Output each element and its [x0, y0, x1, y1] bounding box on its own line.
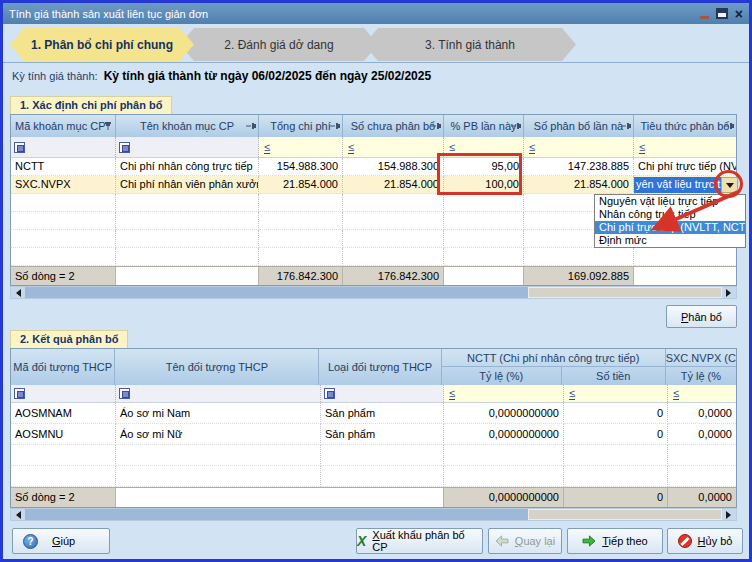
col-sotien[interactable]: Số tiền: [562, 367, 666, 385]
filter-icon[interactable]: [119, 142, 130, 153]
cell-ma[interactable]: AOSMNAM: [11, 403, 116, 424]
col-tieu-thuc[interactable]: Tiêu thức phân bổ: [634, 115, 736, 137]
maximize-icon[interactable]: [716, 8, 728, 19]
filter-cell[interactable]: [116, 385, 321, 402]
allocate-button[interactable]: Phân bổ: [666, 305, 737, 328]
cell-tong[interactable]: 21.854.000: [259, 176, 343, 194]
pin-icon[interactable]: [246, 121, 256, 131]
table-row[interactable]: AOSMNAM Áo sơ mi Nam Sản phẩm 0,00000000…: [11, 403, 736, 424]
pin-icon[interactable]: [724, 121, 734, 131]
scrollbar-thumb[interactable]: [528, 509, 722, 520]
table-row-selected[interactable]: SXC.NVPX Chi phí nhân viên phân xưởng 21…: [11, 176, 736, 194]
filter-operator[interactable]: ≤: [673, 387, 679, 400]
cell-tyle2[interactable]: 0,0000: [668, 424, 736, 445]
filter-cell[interactable]: ≤: [259, 137, 343, 157]
cell-chua[interactable]: 154.988.300: [343, 158, 444, 176]
cell-tyle[interactable]: 0,0000000000: [444, 403, 564, 424]
cell-loai[interactable]: Sản phẩm: [321, 403, 444, 424]
horizontal-scrollbar[interactable]: [10, 286, 737, 299]
group-nctt-label[interactable]: NCTT (Chi phí nhân công trực tiếp): [442, 349, 666, 367]
cancel-button[interactable]: Hủy bỏ: [667, 528, 743, 554]
cell-phanbo[interactable]: 147.238.885: [524, 158, 634, 176]
pin-icon[interactable]: [330, 121, 340, 131]
filter-icon[interactable]: [14, 142, 25, 153]
col-so-phan-bo[interactable]: Số phân bổ lần nà: [524, 115, 634, 137]
filter-cell[interactable]: ≤: [444, 385, 564, 402]
cell-tong[interactable]: 154.988.300: [259, 158, 343, 176]
pin-icon[interactable]: [511, 121, 521, 131]
cell-ten[interactable]: Áo sơ mi Nam: [116, 403, 321, 424]
col-tyle2[interactable]: Tỷ lệ (%: [666, 367, 736, 385]
table1-header-row: Mã khoản mục CP Tên khoản mục CP Tổng ch…: [11, 115, 736, 137]
cell-sotien[interactable]: 0: [564, 424, 668, 445]
tab-danh-gia-do-dang[interactable]: 2. Đánh giá dở dang: [180, 28, 378, 61]
scroll-left-icon[interactable]: [11, 287, 25, 298]
cell-ten[interactable]: Chi phí nhân công trực tiếp: [116, 158, 259, 176]
col-tong-chi-phi[interactable]: Tổng chi phí: [259, 115, 343, 137]
pin-icon[interactable]: [431, 121, 441, 131]
group-sxc-label[interactable]: SXC.NVPX (C: [666, 349, 736, 367]
pin-icon[interactable]: [621, 121, 631, 131]
filter-cell[interactable]: [116, 137, 259, 157]
empty-row: [11, 248, 736, 266]
filter-cell[interactable]: [11, 385, 116, 402]
summary-tyle2: 0,0000: [668, 488, 736, 507]
filter-cell[interactable]: [321, 385, 444, 402]
filter-operator[interactable]: ≤: [449, 387, 455, 400]
cell-phanbo[interactable]: 21.854.000: [524, 176, 634, 194]
scroll-right-icon[interactable]: [722, 509, 736, 520]
col-tyle[interactable]: Tỷ lệ (%): [442, 367, 562, 385]
filter-operator[interactable]: ≤: [569, 387, 575, 400]
filter-cell[interactable]: ≤: [634, 137, 736, 157]
filter-cell[interactable]: ≤: [564, 385, 668, 402]
help-button[interactable]: ? Giúp: [12, 528, 110, 554]
cell-ma[interactable]: NCTT: [11, 158, 116, 176]
table-row[interactable]: NCTT Chi phí nhân công trực tiếp 154.988…: [11, 158, 736, 176]
cell-loai[interactable]: Sản phẩm: [321, 424, 444, 445]
tab-phan-bo-chi-phi-chung[interactable]: 1. Phân bổ chi phí chung: [10, 28, 194, 61]
export-allocation-button[interactable]: X Xuất khẩu phân bổ CP: [356, 528, 483, 554]
col-loai-doi-tuong[interactable]: Loại đối tượng THCP: [319, 349, 441, 385]
filter-icon[interactable]: [119, 388, 130, 399]
cell-ma[interactable]: AOSMNU: [11, 424, 116, 445]
filter-cell[interactable]: ≤: [524, 137, 634, 157]
col-so-chua-phan-bo[interactable]: Số chưa phân bổ: [343, 115, 444, 137]
table2-summary-row: Số dòng = 2 0,0000000000 0 0,0000: [11, 487, 736, 507]
col-ma-doi-tuong[interactable]: Mã đối tượng THCP: [11, 349, 115, 385]
scrollbar-thumb[interactable]: [528, 287, 722, 298]
next-button[interactable]: Tiếp theo: [567, 528, 663, 554]
horizontal-scrollbar[interactable]: [10, 508, 737, 521]
col-ma-khoan-muc[interactable]: Mã khoản mục CP: [11, 115, 116, 137]
filter-operator[interactable]: ≤: [529, 141, 535, 154]
close-icon[interactable]: ×: [735, 7, 743, 21]
filter-icon[interactable]: [324, 388, 335, 399]
summary-tong: 176.842.300: [259, 267, 343, 285]
cell-ten[interactable]: Chi phí nhân viên phân xưởng: [116, 176, 259, 194]
filter-cell[interactable]: [11, 137, 116, 157]
col-ten-khoan-muc[interactable]: Tên khoản mục CP: [116, 115, 259, 137]
filter-operator[interactable]: ≤: [264, 141, 270, 154]
filter-operator[interactable]: ≤: [639, 141, 645, 154]
filter-icon[interactable]: [14, 388, 25, 399]
filter-cell[interactable]: ≤: [343, 137, 444, 157]
cell-tyle[interactable]: 0,0000000000: [444, 424, 564, 445]
table-row[interactable]: AOSMNU Áo sơ mi Nữ Sản phẩm 0,0000000000…: [11, 424, 736, 445]
cell-ma[interactable]: SXC.NVPX: [11, 176, 116, 194]
pin-icon[interactable]: [103, 121, 113, 131]
period-value: Kỳ tính giá thành từ ngày 06/02/2025 đến…: [104, 69, 432, 83]
cell-sotien[interactable]: 0: [564, 403, 668, 424]
scroll-right-icon[interactable]: [722, 287, 736, 298]
col-ten-doi-tuong[interactable]: Tên đối tượng THCP: [115, 349, 319, 385]
tab-tinh-gia-thanh[interactable]: 3. Tính giá thành: [364, 28, 576, 61]
cell-chua[interactable]: 21.854.000: [343, 176, 444, 194]
filter-cell[interactable]: ≤: [668, 385, 736, 402]
col-pb-lan-nay[interactable]: % PB lần này: [444, 115, 524, 137]
minimize-icon[interactable]: [700, 16, 709, 19]
cell-tyle2[interactable]: 0,0000: [668, 403, 736, 424]
row-count: Số dòng = 2: [11, 267, 116, 285]
back-button[interactable]: Quay lại: [488, 528, 562, 554]
scroll-left-icon[interactable]: [11, 509, 25, 520]
filter-operator[interactable]: ≤: [449, 141, 455, 154]
filter-operator[interactable]: ≤: [348, 141, 354, 154]
cell-ten[interactable]: Áo sơ mi Nữ: [116, 424, 321, 445]
